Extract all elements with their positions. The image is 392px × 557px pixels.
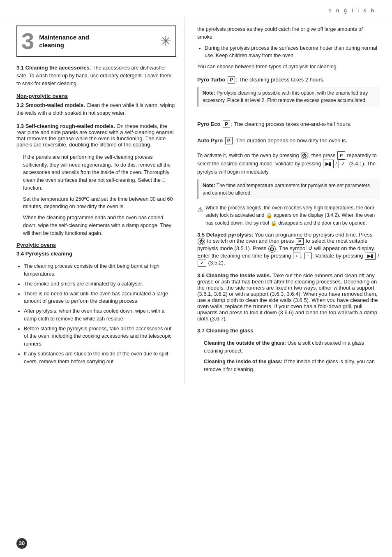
section-title: Maintenance andcleaning bbox=[39, 33, 89, 49]
pyro-turbo: Pyro Turbo P: The cleaning process takes… bbox=[197, 74, 380, 114]
subsection-number-3-4: 3.4 bbox=[16, 251, 24, 257]
note-2-text: The time and temperature parameters for … bbox=[203, 183, 370, 196]
auto-pyro-label: Auto Pyro bbox=[197, 137, 224, 144]
glass-inside-text: Cleaning the inside of the glass: If the… bbox=[204, 358, 380, 374]
power-btn: ⏻ bbox=[301, 152, 308, 159]
right-bullet-1: During the pyrolysis process the surface… bbox=[205, 44, 380, 60]
para-33-2-text: Set the temperature to 250ºC and set the… bbox=[23, 195, 176, 211]
power-btn-3: ⏻ bbox=[268, 245, 276, 253]
warning-text: When the process begins, the oven reache… bbox=[205, 204, 380, 227]
bullet-3-4-3: There is no need to wait until the oven … bbox=[24, 290, 176, 306]
bullet-3-4-6: If any substances are stuck to the insid… bbox=[24, 350, 176, 366]
lock-icon-2: 🔒 bbox=[270, 219, 277, 227]
subsection-3-7: 3.7 Cleaning the glass bbox=[197, 327, 380, 334]
subheading-non-pyrolytic: Non-pyrolytic ovens bbox=[16, 93, 176, 99]
plus-btn: + bbox=[293, 253, 300, 259]
next-btn: ▶▮ bbox=[323, 160, 334, 168]
warning-icon: ⚠ bbox=[197, 204, 203, 214]
subsection-3-4: 3.4 Pyrolysis cleaning bbox=[16, 251, 176, 257]
pyro-eco-box: P bbox=[223, 121, 230, 128]
right-column: the pyrolysis process as they could catc… bbox=[185, 17, 392, 385]
subsection-title-3-2: Smooth-walled models. bbox=[25, 102, 85, 108]
subsection-3-6: 3.6 Cleaning the inside walls. Take out … bbox=[197, 272, 380, 322]
page: e n g l i s h 3 Maintenance andcleaning … bbox=[0, 0, 392, 557]
pyro-turbo-label: Pyro Turbo bbox=[197, 77, 227, 83]
subsection-title-3-4: Pyrolysis cleaning bbox=[25, 251, 72, 257]
subsection-title-3-6: Cleaning the inside walls. bbox=[206, 272, 271, 278]
glass-inside-label: Cleaning the inside of the glass: bbox=[204, 359, 283, 364]
pyro-eco-desc: : The cleaning process takes one-and-a-h… bbox=[231, 121, 351, 127]
subsection-title-3-3: Self-cleaning rough-walled models. bbox=[25, 123, 115, 129]
next-btn-2: ▶▮ bbox=[365, 253, 376, 260]
bullets-3-4: The cleaning process consists of the dir… bbox=[24, 262, 176, 365]
para-33-1-text: If the panels are not performing the sel… bbox=[23, 153, 176, 192]
subsection-title-3-7: Cleaning the glass bbox=[206, 327, 254, 334]
subsection-3-3: 3.3 Self-cleaning rough-walled models. O… bbox=[16, 123, 176, 148]
pyro-turbo-box: P bbox=[228, 76, 235, 84]
activate-text: To activate it, switch on the oven by pr… bbox=[197, 151, 380, 176]
subsection-number-3-7: 3.7 bbox=[197, 327, 206, 334]
para-33-3-text: When the cleaning programme ends and the… bbox=[23, 214, 176, 237]
lock-icon: 🔒 bbox=[266, 211, 272, 220]
left-column: 3 Maintenance andcleaning ✳ 3.1 Cleaning… bbox=[0, 17, 185, 385]
subsection-title-3-5: Delayed pyrolysis: bbox=[206, 232, 254, 238]
choose-text: You can choose between three types of py… bbox=[197, 63, 380, 71]
para-33-1: If the panels are not performing the sel… bbox=[23, 153, 176, 237]
note-turbo-label: Note: bbox=[203, 90, 215, 96]
note-2-label: Note: bbox=[203, 183, 215, 188]
bullet-3-4-1: The cleaning process consists of the dir… bbox=[24, 262, 176, 278]
section-header-box: 3 Maintenance andcleaning ✳ bbox=[16, 26, 176, 57]
subsection-body-3-6: Take out the side runners and clean off … bbox=[197, 272, 378, 322]
header: e n g l i s h bbox=[0, 0, 392, 17]
pyro-eco: Pyro Eco P: The cleaning process takes o… bbox=[197, 118, 380, 130]
auto-pyro: Auto Pyro P: The duration depends on how… bbox=[197, 135, 380, 146]
glass-outside-text: Cleaning the outside of the glass: Use a… bbox=[204, 339, 380, 355]
warning-block: ⚠ When the process begins, the oven reac… bbox=[197, 204, 380, 227]
bullet-3-4-4: After pyrolysis, when the oven has coole… bbox=[24, 307, 176, 323]
p-btn: P bbox=[337, 151, 345, 160]
check-btn-2: ✓ bbox=[198, 260, 206, 267]
minus-btn: − bbox=[304, 253, 312, 259]
subsection-number-3-5: 3.5 bbox=[197, 232, 206, 238]
pyro-turbo-note: Note: Pyrolysis cleaning is possible wit… bbox=[197, 87, 380, 107]
auto-pyro-box: P bbox=[225, 137, 233, 144]
language-label: e n g l i s h bbox=[328, 7, 376, 14]
subsection-3-2: 3.2 Smooth-walled models. Clean the oven… bbox=[16, 102, 176, 117]
subheading-pyrolytic: Pyrolytic ovens bbox=[16, 242, 176, 248]
right-intro-text: the pyrolysis process as they could catc… bbox=[197, 26, 380, 41]
subsection-number-3-2: 3.2 bbox=[16, 102, 25, 108]
p-btn-2: P bbox=[296, 238, 304, 245]
subsection-number-3-6: 3.6 bbox=[197, 272, 206, 278]
subsection-3-5: 3.5 Delayed pyrolysis: You can programme… bbox=[197, 232, 380, 267]
glass-outside-label: Cleaning the outside of the glass: bbox=[204, 340, 286, 346]
subsection-3-1: 3.1 Cleaning the accessories. The access… bbox=[16, 64, 176, 87]
power-btn-2: ⏻ bbox=[198, 238, 205, 245]
section-number: 3 bbox=[21, 30, 34, 53]
note-turbo-text: Pyrolysis cleaning is possible with this… bbox=[203, 90, 368, 103]
page-number: 30 bbox=[16, 538, 27, 549]
subsection-title-3-1: Cleaning the accessories. bbox=[25, 65, 91, 71]
note-2: Note: The time and temperature parameter… bbox=[197, 179, 380, 199]
check-btn: ✓ bbox=[339, 160, 347, 168]
glass-outside: Cleaning the outside of the glass: Use a… bbox=[204, 339, 380, 374]
right-bullet-extra: During the pyrolysis process the surface… bbox=[205, 44, 380, 60]
subsection-number-3-3: 3.3 bbox=[16, 123, 25, 129]
subsection-number-3-1: 3.1 bbox=[16, 65, 25, 71]
bullet-3-4-2: The smoke and smells are eliminated by a… bbox=[24, 280, 176, 288]
section-icon: ✳ bbox=[160, 33, 171, 49]
auto-pyro-desc: : The duration depends on how dirty the … bbox=[233, 137, 347, 144]
bullet-3-4-5: Before starting the pyrolysis process, t… bbox=[24, 325, 176, 348]
pyro-turbo-desc: : The cleaning process takes 2 hours. bbox=[236, 77, 325, 83]
pyro-eco-label: Pyro Eco bbox=[197, 121, 222, 127]
